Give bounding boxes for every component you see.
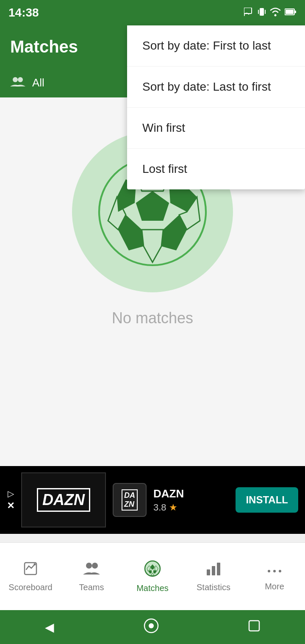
ad-info: DAZN DAZN 3.8 ★ INSTALL [113,483,298,517]
ad-logo-big: DAZN [21,472,106,527]
scoreboard-icon [23,561,38,580]
svg-point-1 [244,14,245,16]
ad-close-icon[interactable]: ✕ [7,500,14,511]
svg-rect-40 [249,621,259,631]
no-matches-label: No matches [112,309,193,327]
nav-item-teams[interactable]: Teams [61,554,122,599]
svg-point-37 [279,570,281,572]
system-nav-bar: ◀ [0,610,305,644]
status-bar: 14:38 [0,0,305,25]
teams-icon [83,561,100,580]
lost-first-option[interactable]: Lost first [127,149,305,189]
bottom-nav: Scoreboard Teams Matches [0,542,305,610]
svg-rect-7 [286,10,294,14]
nav-item-statistics[interactable]: Statistics [183,554,244,599]
svg-point-5 [274,14,277,16]
group-icon [10,75,25,90]
matches-icon [144,560,161,581]
svg-rect-33 [212,566,215,575]
scoreboard-label: Scoreboard [8,583,52,592]
ad-app-name: DAZN [153,487,229,500]
home-button[interactable] [144,618,159,636]
status-icons [244,7,297,19]
battery-icon [285,8,297,18]
svg-rect-32 [207,569,210,575]
nav-item-scoreboard[interactable]: Scoreboard [0,554,61,599]
sort-dropdown: Sort by date: First to last Sort by date… [127,25,305,189]
svg-point-36 [273,570,276,572]
svg-point-35 [268,570,270,572]
win-first-option[interactable]: Win first [127,108,305,149]
ad-rating: 3.8 ★ [153,502,229,513]
vibrate-icon [258,7,266,19]
dazn-small-logo-text: DAZN [122,489,138,511]
svg-point-9 [13,77,18,82]
teams-label: Teams [79,583,104,592]
ad-banner[interactable]: ▷ ✕ DAZN DAZN DAZN 3.8 ★ INSTALL [0,466,305,534]
nav-item-matches[interactable]: Matches [122,553,183,600]
svg-rect-3 [258,10,259,14]
svg-point-10 [18,77,23,82]
cast-icon [244,8,254,18]
back-button[interactable]: ◀ [45,620,54,634]
svg-point-22 [34,563,36,565]
ad-rating-number: 3.8 [153,502,166,513]
ad-logo-small: DAZN [113,483,147,517]
ad-close-area[interactable]: ▷ ✕ [7,489,14,511]
more-label: More [265,582,284,591]
matches-label: Matches [136,583,169,593]
sort-first-to-last-option[interactable]: Sort by date: First to last [127,25,305,67]
wifi-icon [269,7,281,19]
ad-install-button[interactable]: INSTALL [236,487,298,513]
sort-last-to-first-option[interactable]: Sort by date: Last to first [127,67,305,108]
status-time: 14:38 [8,6,39,19]
more-icon [267,561,282,579]
recents-button[interactable] [248,620,260,635]
svg-rect-34 [217,563,220,575]
svg-point-23 [86,563,92,569]
svg-rect-8 [294,11,296,13]
ad-play-icon: ▷ [8,489,14,499]
statistics-icon [206,561,221,580]
statistics-label: Statistics [197,583,230,592]
svg-rect-0 [244,8,252,14]
dazn-big-logo-text: DAZN [37,488,90,512]
ad-details: DAZN 3.8 ★ [153,487,229,513]
svg-point-24 [92,563,98,569]
svg-point-39 [149,623,154,628]
svg-rect-2 [260,8,264,16]
ad-star-icon: ★ [169,502,177,513]
nav-item-more[interactable]: More [244,555,305,598]
svg-rect-4 [265,10,266,14]
